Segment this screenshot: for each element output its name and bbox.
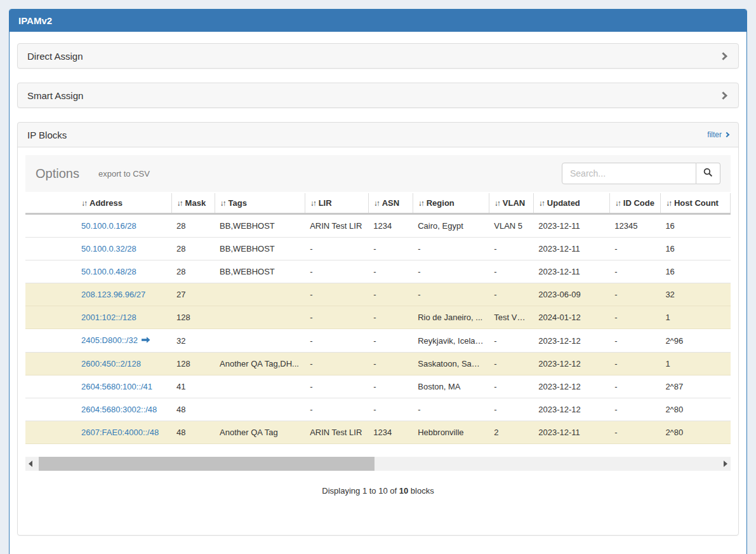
sort-icon: ↓↑: [418, 199, 423, 208]
region-cell: Reykjavik, Iceland: [413, 329, 489, 353]
vlan-cell: -: [489, 398, 533, 421]
tags-cell: [215, 375, 305, 398]
id-code-cell: -: [609, 306, 660, 329]
mask-cell: 128: [171, 353, 215, 375]
column-header-mask[interactable]: ↓↑Mask: [171, 193, 215, 214]
asn-cell: -: [368, 306, 413, 329]
address-link[interactable]: 50.100.0.48/28: [81, 267, 136, 276]
triangle-right-icon: [724, 461, 727, 467]
table-row: 50.100.0.32/2828BB,WEBHOST----2023-12-11…: [25, 238, 731, 260]
host-count-cell: 2^87: [660, 375, 730, 398]
mask-cell: 28: [171, 238, 215, 260]
triangle-left-icon: [29, 461, 32, 467]
address-link[interactable]: 50.100.0.32/28: [81, 244, 136, 253]
column-header-tags[interactable]: ↓↑Tags: [215, 193, 305, 214]
direct-assign-label: Direct Assign: [27, 51, 83, 62]
address-link[interactable]: 2405:D800::/32: [81, 335, 138, 345]
id-code-cell: -: [609, 375, 660, 398]
search-input[interactable]: [562, 163, 696, 184]
asn-cell: -: [368, 238, 413, 260]
horizontal-scrollbar: [25, 457, 731, 471]
column-label: Updated: [547, 198, 580, 208]
region-cell: Hebbronville: [413, 421, 489, 444]
address-cell: 2600:450::2/128: [76, 353, 171, 375]
column-label: ASN: [382, 198, 399, 208]
updated-cell: 2023-12-11: [533, 214, 609, 238]
sort-icon: ↓↑: [666, 199, 671, 208]
table-row: 2001:102::/128128--Rio de Janeiro, ...Te…: [25, 306, 731, 329]
count-prefix: Displaying 1 to 10 of: [322, 486, 399, 496]
vlan-cell: -: [489, 353, 533, 375]
scroll-left-button[interactable]: [25, 457, 36, 471]
address-link[interactable]: 2607:FAE0:4000::/48: [81, 428, 159, 437]
table-row: 2405:D800::/3232--Reykjavik, Iceland-202…: [25, 329, 731, 353]
updated-cell: 2024-01-12: [533, 306, 609, 329]
export-csv-link[interactable]: export to CSV: [98, 169, 150, 179]
search-button[interactable]: [696, 163, 720, 184]
updated-cell: 2023-06-09: [533, 283, 609, 306]
ip-blocks-label: IP Blocks: [27, 130, 67, 140]
row-spacer-cell: [25, 398, 76, 421]
asn-cell: 1234: [368, 421, 413, 444]
address-link[interactable]: 50.100.0.16/28: [81, 221, 136, 231]
column-header-asn[interactable]: ↓↑ASN: [368, 193, 413, 214]
column-header-vlan[interactable]: ↓↑VLAN: [489, 193, 533, 214]
address-cell: 50.100.0.48/28: [76, 260, 171, 283]
smart-assign-header[interactable]: Smart Assign: [18, 83, 738, 107]
scrollbar-track[interactable]: [36, 457, 720, 471]
host-count-cell: 2^96: [660, 329, 730, 353]
vlan-cell: VLAN 5: [489, 214, 533, 238]
table-row: 2607:FAE0:4000::/4848Another QA TagARIN …: [25, 421, 731, 444]
asn-cell: -: [368, 260, 413, 283]
column-header-host-count[interactable]: ↓↑Host Count: [660, 193, 730, 214]
address-link[interactable]: 2604:5680:100::/41: [81, 382, 152, 391]
ip-blocks-header[interactable]: IP Blocks filter: [18, 123, 738, 147]
address-link[interactable]: 208.123.96.96/27: [81, 290, 145, 299]
mask-cell: 28: [171, 214, 215, 238]
filter-link[interactable]: filter: [707, 130, 729, 139]
updated-cell: 2023-12-11: [533, 260, 609, 283]
column-header-region[interactable]: ↓↑Region: [413, 193, 489, 214]
address-cell: 2604:5680:3002::/48: [76, 398, 171, 421]
vlan-cell: 2: [489, 421, 533, 444]
address-link[interactable]: 2001:102::/128: [81, 313, 136, 322]
app-title-bar: IPAMv2: [10, 10, 746, 32]
ip-blocks-panel: IP Blocks filter Options export to CSV: [17, 122, 739, 536]
id-code-cell: -: [609, 238, 660, 260]
direct-assign-header[interactable]: Direct Assign: [18, 44, 738, 68]
lir-cell: -: [305, 260, 368, 283]
row-spacer-cell: [25, 260, 76, 283]
chevron-right-icon: [724, 132, 729, 137]
column-header-id-code[interactable]: ↓↑ID Code: [609, 193, 660, 214]
column-label: VLAN: [503, 198, 525, 208]
address-link[interactable]: 2600:450::2/128: [81, 359, 141, 368]
scroll-right-button[interactable]: [720, 457, 731, 471]
tags-cell: BB,WEBHOST: [215, 260, 305, 283]
main-panel: IPAMv2 Direct Assign Smart Assign IP Blo…: [9, 9, 747, 554]
search-icon: [703, 168, 713, 179]
chevron-right-icon: [719, 52, 727, 60]
column-header-lir[interactable]: ↓↑LIR: [305, 193, 368, 214]
row-spacer-cell: [25, 214, 76, 238]
id-code-cell: 12345: [609, 214, 660, 238]
lir-cell: ARIN Test LIR: [305, 214, 368, 238]
region-cell: -: [413, 283, 489, 306]
id-code-cell: -: [609, 353, 660, 375]
column-header-updated[interactable]: ↓↑Updated: [533, 193, 609, 214]
column-header-address[interactable]: ↓↑Address: [76, 193, 171, 214]
vlan-cell: -: [489, 283, 533, 306]
smart-assign-panel: Smart Assign: [17, 83, 739, 108]
host-count-cell: 16: [660, 238, 730, 260]
region-cell: Cairo, Egypt: [413, 214, 489, 238]
lir-cell: -: [305, 306, 368, 329]
address-link[interactable]: 2604:5680:3002::/48: [81, 405, 157, 414]
lir-cell: -: [305, 375, 368, 398]
id-code-cell: -: [609, 398, 660, 421]
table-body: 50.100.0.16/2828BB,WEBHOSTARIN Test LIR1…: [25, 214, 731, 444]
vlan-cell: -: [489, 329, 533, 353]
table-row: 50.100.0.48/2828BB,WEBHOST----2023-12-11…: [25, 260, 731, 283]
scrollbar-thumb[interactable]: [39, 457, 375, 471]
asn-cell: -: [368, 329, 413, 353]
region-cell: -: [413, 398, 489, 421]
table-row: 2600:450::2/128128Another QA Tag,DH...--…: [25, 353, 731, 375]
